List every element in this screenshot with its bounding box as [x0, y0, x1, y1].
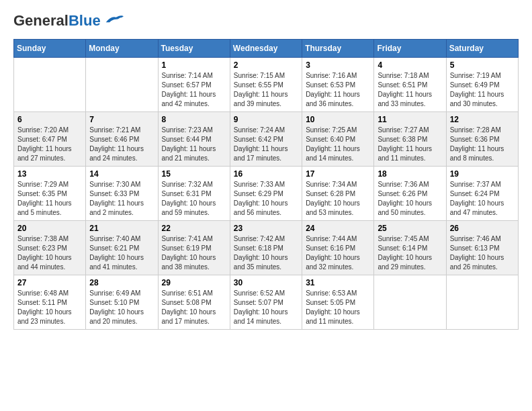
logo: GeneralBlue [13, 13, 124, 28]
calendar-week-row: 13Sunrise: 7:29 AMSunset: 6:35 PMDayligh… [14, 167, 519, 221]
day-info: Sunrise: 7:41 AMSunset: 6:19 PMDaylight:… [162, 234, 226, 272]
day-info: Sunrise: 7:23 AMSunset: 6:44 PMDaylight:… [162, 126, 226, 163]
calendar-cell: 18Sunrise: 7:36 AMSunset: 6:26 PMDayligh… [374, 167, 446, 221]
day-number: 18 [378, 169, 442, 179]
day-number: 17 [306, 169, 370, 179]
day-number: 10 [306, 115, 370, 124]
day-info: Sunrise: 7:30 AMSunset: 6:33 PMDaylight:… [89, 180, 154, 218]
calendar-cell: 26Sunrise: 7:46 AMSunset: 6:13 PMDayligh… [446, 221, 518, 275]
calendar-cell: 6Sunrise: 7:20 AMSunset: 6:47 PMDaylight… [14, 112, 86, 167]
calendar-cell: 21Sunrise: 7:40 AMSunset: 6:21 PMDayligh… [86, 221, 158, 275]
logo-text: GeneralBlue [13, 13, 101, 28]
day-number: 23 [234, 224, 298, 233]
day-number: 4 [378, 60, 442, 70]
calendar-cell: 4Sunrise: 7:18 AMSunset: 6:51 PMDaylight… [374, 58, 446, 112]
calendar-cell: 1Sunrise: 7:14 AMSunset: 6:57 PMDaylight… [158, 58, 230, 112]
calendar-cell: 28Sunrise: 6:49 AMSunset: 5:10 PMDayligh… [86, 275, 158, 330]
calendar-cell: 31Sunrise: 6:53 AMSunset: 5:05 PMDayligh… [302, 275, 374, 330]
calendar-cell: 15Sunrise: 7:32 AMSunset: 6:31 PMDayligh… [158, 167, 230, 221]
day-number: 12 [450, 115, 515, 124]
calendar-cell: 20Sunrise: 7:38 AMSunset: 6:23 PMDayligh… [14, 221, 86, 275]
calendar-cell: 12Sunrise: 7:28 AMSunset: 6:36 PMDayligh… [446, 112, 518, 167]
day-info: Sunrise: 7:45 AMSunset: 6:14 PMDaylight:… [378, 234, 442, 272]
calendar-table: SundayMondayTuesdayWednesdayThursdayFrid… [13, 39, 519, 330]
day-info: Sunrise: 6:51 AMSunset: 5:08 PMDaylight:… [162, 289, 226, 326]
logo-bird-icon [103, 13, 124, 26]
calendar-cell: 9Sunrise: 7:24 AMSunset: 6:42 PMDaylight… [230, 112, 302, 167]
day-number: 13 [17, 169, 82, 179]
calendar-cell: 8Sunrise: 7:23 AMSunset: 6:44 PMDaylight… [158, 112, 230, 167]
calendar-cell: 11Sunrise: 7:27 AMSunset: 6:38 PMDayligh… [374, 112, 446, 167]
day-number: 5 [450, 60, 515, 70]
day-info: Sunrise: 7:21 AMSunset: 6:46 PMDaylight:… [89, 126, 154, 163]
calendar-week-row: 1Sunrise: 7:14 AMSunset: 6:57 PMDaylight… [14, 58, 519, 112]
day-number: 8 [162, 115, 226, 124]
day-number: 25 [378, 224, 442, 233]
day-number: 24 [306, 224, 370, 233]
day-info: Sunrise: 7:40 AMSunset: 6:21 PMDaylight:… [89, 234, 154, 272]
calendar-header-row: SundayMondayTuesdayWednesdayThursdayFrid… [14, 40, 519, 58]
day-info: Sunrise: 7:28 AMSunset: 6:36 PMDaylight:… [450, 126, 515, 163]
weekday-header-thursday: Thursday [302, 40, 374, 58]
calendar-cell [374, 275, 446, 330]
calendar-week-row: 27Sunrise: 6:48 AMSunset: 5:11 PMDayligh… [14, 275, 519, 330]
day-number: 15 [162, 169, 226, 179]
day-info: Sunrise: 7:38 AMSunset: 6:23 PMDaylight:… [17, 234, 82, 272]
day-info: Sunrise: 6:48 AMSunset: 5:11 PMDaylight:… [17, 289, 82, 326]
day-info: Sunrise: 7:25 AMSunset: 6:40 PMDaylight:… [306, 126, 370, 163]
day-number: 3 [306, 60, 370, 70]
day-number: 29 [162, 278, 226, 287]
day-number: 6 [17, 115, 82, 124]
calendar-cell [446, 275, 518, 330]
day-number: 19 [450, 169, 515, 179]
day-number: 2 [234, 60, 298, 70]
calendar-cell: 16Sunrise: 7:33 AMSunset: 6:29 PMDayligh… [230, 167, 302, 221]
calendar-cell: 25Sunrise: 7:45 AMSunset: 6:14 PMDayligh… [374, 221, 446, 275]
day-info: Sunrise: 7:20 AMSunset: 6:47 PMDaylight:… [17, 126, 82, 163]
day-info: Sunrise: 6:52 AMSunset: 5:07 PMDaylight:… [234, 289, 298, 326]
day-number: 27 [17, 278, 82, 287]
day-info: Sunrise: 7:15 AMSunset: 6:55 PMDaylight:… [234, 71, 298, 109]
day-info: Sunrise: 7:42 AMSunset: 6:18 PMDaylight:… [234, 234, 298, 272]
day-number: 20 [17, 224, 82, 233]
day-info: Sunrise: 7:14 AMSunset: 6:57 PMDaylight:… [162, 71, 226, 109]
calendar-cell: 13Sunrise: 7:29 AMSunset: 6:35 PMDayligh… [14, 167, 86, 221]
day-info: Sunrise: 7:29 AMSunset: 6:35 PMDaylight:… [17, 180, 82, 218]
calendar-cell: 30Sunrise: 6:52 AMSunset: 5:07 PMDayligh… [230, 275, 302, 330]
day-info: Sunrise: 6:53 AMSunset: 5:05 PMDaylight:… [306, 289, 370, 326]
day-number: 1 [162, 60, 226, 70]
calendar-cell: 29Sunrise: 6:51 AMSunset: 5:08 PMDayligh… [158, 275, 230, 330]
calendar-cell: 19Sunrise: 7:37 AMSunset: 6:24 PMDayligh… [446, 167, 518, 221]
calendar-cell: 22Sunrise: 7:41 AMSunset: 6:19 PMDayligh… [158, 221, 230, 275]
calendar-cell: 14Sunrise: 7:30 AMSunset: 6:33 PMDayligh… [86, 167, 158, 221]
calendar-cell: 3Sunrise: 7:16 AMSunset: 6:53 PMDaylight… [302, 58, 374, 112]
day-number: 14 [89, 169, 154, 179]
weekday-header-tuesday: Tuesday [158, 40, 230, 58]
calendar-cell [86, 58, 158, 112]
day-number: 21 [89, 224, 154, 233]
day-info: Sunrise: 7:32 AMSunset: 6:31 PMDaylight:… [162, 180, 226, 218]
day-number: 7 [89, 115, 154, 124]
day-info: Sunrise: 7:27 AMSunset: 6:38 PMDaylight:… [378, 126, 442, 163]
weekday-header-saturday: Saturday [446, 40, 518, 58]
calendar-cell: 23Sunrise: 7:42 AMSunset: 6:18 PMDayligh… [230, 221, 302, 275]
calendar-cell: 10Sunrise: 7:25 AMSunset: 6:40 PMDayligh… [302, 112, 374, 167]
weekday-header-sunday: Sunday [14, 40, 86, 58]
page-header: GeneralBlue [13, 13, 519, 28]
day-number: 28 [89, 278, 154, 287]
calendar-cell: 7Sunrise: 7:21 AMSunset: 6:46 PMDaylight… [86, 112, 158, 167]
day-info: Sunrise: 7:24 AMSunset: 6:42 PMDaylight:… [234, 126, 298, 163]
day-number: 31 [306, 278, 370, 287]
day-number: 26 [450, 224, 515, 233]
day-info: Sunrise: 7:18 AMSunset: 6:51 PMDaylight:… [378, 71, 442, 109]
calendar-cell: 5Sunrise: 7:19 AMSunset: 6:49 PMDaylight… [446, 58, 518, 112]
calendar-cell: 17Sunrise: 7:34 AMSunset: 6:28 PMDayligh… [302, 167, 374, 221]
calendar-cell [14, 58, 86, 112]
day-info: Sunrise: 6:49 AMSunset: 5:10 PMDaylight:… [89, 289, 154, 326]
day-info: Sunrise: 7:46 AMSunset: 6:13 PMDaylight:… [450, 234, 515, 272]
day-info: Sunrise: 7:44 AMSunset: 6:16 PMDaylight:… [306, 234, 370, 272]
day-number: 22 [162, 224, 226, 233]
calendar-cell: 24Sunrise: 7:44 AMSunset: 6:16 PMDayligh… [302, 221, 374, 275]
calendar-week-row: 20Sunrise: 7:38 AMSunset: 6:23 PMDayligh… [14, 221, 519, 275]
calendar-week-row: 6Sunrise: 7:20 AMSunset: 6:47 PMDaylight… [14, 112, 519, 167]
